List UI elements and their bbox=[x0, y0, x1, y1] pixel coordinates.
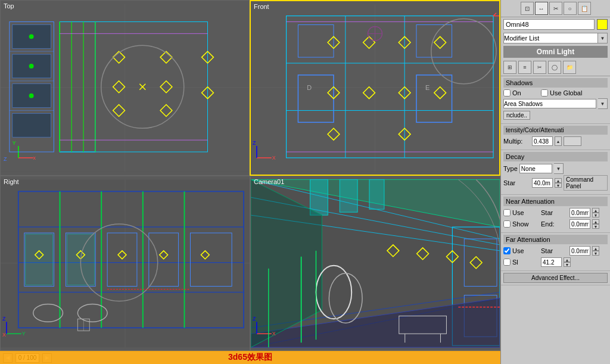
advanced-effects-section: Advanced Effect... bbox=[501, 271, 610, 285]
far-end-up[interactable]: ▲ bbox=[564, 257, 571, 262]
near-start-label: Star bbox=[541, 209, 568, 216]
far-use-row: Use Star ▲ ▼ bbox=[503, 246, 608, 256]
near-use-checkbox[interactable] bbox=[503, 209, 511, 216]
far-start-input[interactable] bbox=[569, 246, 590, 256]
hierarchy-btn[interactable]: ✂ bbox=[549, 2, 562, 15]
multip-input[interactable] bbox=[532, 136, 553, 146]
decay-start-spinner-up[interactable]: ▲ bbox=[555, 178, 562, 183]
svg-text:Z: Z bbox=[253, 140, 256, 146]
decay-header: Decay bbox=[503, 152, 608, 161]
modifier-list-input[interactable] bbox=[503, 33, 598, 43]
shadow-type-dropdown[interactable]: ▼ bbox=[598, 98, 608, 109]
far-sl-row: Sl ▲ ▼ bbox=[503, 257, 608, 267]
advanced-effects-btn[interactable]: Advanced Effect... bbox=[503, 273, 608, 283]
near-atten-header: Near Attenuation bbox=[503, 197, 608, 206]
near-show-checkbox[interactable] bbox=[503, 220, 511, 228]
near-show-label: Show bbox=[512, 220, 539, 228]
command-panel-label: Command Panel bbox=[564, 175, 608, 191]
shadows-section: Shadows On Use Global ▼ nclude.. bbox=[501, 76, 610, 124]
top-viewport[interactable]: Top bbox=[0, 0, 250, 176]
svg-text:X: X bbox=[2, 332, 6, 338]
far-start-down[interactable]: ▼ bbox=[592, 251, 599, 256]
near-start-input[interactable] bbox=[569, 208, 590, 217]
front-viewport-label: Front bbox=[254, 3, 269, 10]
near-start-up[interactable]: ▲ bbox=[592, 208, 599, 213]
near-end-input[interactable] bbox=[569, 219, 590, 229]
advanced-btn[interactable]: 📁 bbox=[563, 61, 576, 74]
near-start-down[interactable]: ▼ bbox=[592, 213, 599, 217]
panel-icon-row: ⊞ ≡ ✂ ◯ 📁 bbox=[501, 59, 610, 76]
svg-text:x: x bbox=[33, 155, 36, 161]
svg-point-35 bbox=[29, 34, 34, 39]
camera-viewport[interactable]: Camera01 bbox=[250, 176, 500, 351]
multip-row: Multip: ▲ bbox=[503, 136, 608, 146]
shadows-on-checkbox[interactable] bbox=[503, 89, 511, 97]
svg-rect-115 bbox=[369, 179, 384, 209]
far-sl-label: Sl bbox=[512, 259, 539, 266]
decay-section: Decay Type ▼ Star ▲ ▼ Command Panel bbox=[501, 150, 610, 195]
viewport-area: Top bbox=[0, 0, 500, 364]
motion-btn[interactable]: ○ bbox=[564, 2, 577, 15]
shadow-btn[interactable]: ✂ bbox=[533, 61, 546, 74]
right-viewport[interactable]: Right bbox=[0, 176, 250, 351]
viewport-top-row: Top bbox=[0, 0, 500, 176]
use-global-checkbox[interactable] bbox=[541, 89, 548, 97]
camera-viewport-svg: X Z bbox=[251, 176, 500, 351]
multip-spinner-up[interactable]: ▲ bbox=[555, 136, 562, 146]
far-atten-header: Far Attenuation bbox=[503, 235, 608, 244]
far-attenuation-section: Far Attenuation Use Star ▲ ▼ Sl bbox=[501, 233, 610, 271]
panel-toolbar: ⊡ ↔ ✂ ○ 📋 bbox=[501, 0, 610, 17]
decay-start-spinner-down[interactable]: ▼ bbox=[555, 183, 562, 188]
svg-rect-34 bbox=[13, 113, 51, 137]
viewport-bottom-row: Right bbox=[0, 176, 500, 351]
decay-type-dropdown[interactable]: ▼ bbox=[554, 163, 564, 174]
far-use-label: Use bbox=[512, 247, 539, 254]
svg-text:Y: Y bbox=[22, 331, 26, 337]
decay-start-input[interactable] bbox=[532, 178, 553, 188]
intensity-header: tensity/Color/Attenuati bbox=[503, 126, 608, 135]
modifier-row: ▼ bbox=[501, 32, 610, 45]
front-viewport-svg: X Z D E bbox=[251, 1, 499, 175]
right-viewport-label: Right bbox=[4, 178, 19, 185]
atmosphere-btn[interactable]: ◯ bbox=[548, 61, 561, 74]
shadow-type-input[interactable] bbox=[503, 99, 596, 108]
object-name-input[interactable] bbox=[503, 19, 595, 30]
near-end-label: End: bbox=[541, 220, 568, 228]
decay-start-spinners: ▲ ▼ bbox=[555, 178, 562, 188]
svg-text:X: X bbox=[272, 331, 276, 337]
front-viewport[interactable]: Front bbox=[250, 0, 500, 176]
general-params-btn[interactable]: ⊞ bbox=[503, 61, 516, 74]
far-show-checkbox[interactable] bbox=[503, 259, 511, 266]
far-use-checkbox[interactable] bbox=[503, 247, 511, 254]
far-end-spinners: ▲ ▼ bbox=[564, 257, 571, 267]
right-panel: ⊡ ↔ ✂ ○ 📋 ▼ Omni Light ⊞ ≡ ✂ ◯ 📁 bbox=[500, 0, 610, 364]
decay-start-label: Star bbox=[503, 179, 530, 186]
svg-text:E: E bbox=[425, 84, 430, 91]
object-color-swatch[interactable] bbox=[597, 19, 608, 30]
camera-viewport-label: Camera01 bbox=[254, 178, 284, 185]
near-end-down[interactable]: ▼ bbox=[592, 224, 599, 229]
svg-point-36 bbox=[29, 64, 34, 69]
near-end-up[interactable]: ▲ bbox=[592, 219, 599, 224]
intensity-btn[interactable]: ≡ bbox=[518, 61, 531, 74]
near-show-row: Show End: ▲ ▼ bbox=[503, 219, 608, 229]
modify-btn[interactable]: ↔ bbox=[535, 2, 548, 15]
far-end-down[interactable]: ▼ bbox=[564, 262, 571, 267]
name-row bbox=[501, 17, 610, 32]
create-btn[interactable]: ⊡ bbox=[521, 2, 534, 15]
use-global-label: Use Global bbox=[550, 89, 582, 97]
near-attenuation-section: Near Attenuation Use Star ▲ ▼ Show End: bbox=[501, 195, 610, 233]
top-viewport-svg: x Y Z bbox=[1, 1, 249, 175]
include-button[interactable]: nclude.. bbox=[503, 111, 530, 120]
display-btn[interactable]: 📋 bbox=[578, 2, 591, 15]
intensity-color-swatch[interactable] bbox=[564, 136, 581, 146]
decay-type-label: Type bbox=[503, 165, 518, 172]
decay-type-input[interactable] bbox=[519, 164, 552, 173]
far-start-up[interactable]: ▲ bbox=[592, 246, 599, 251]
far-end-input[interactable] bbox=[541, 257, 562, 267]
near-start-spinners: ▲ ▼ bbox=[592, 208, 599, 217]
svg-text:X: X bbox=[272, 155, 276, 161]
modifier-list-dropdown[interactable]: ▼ bbox=[598, 33, 608, 43]
svg-text:Z: Z bbox=[4, 156, 7, 162]
svg-point-37 bbox=[29, 94, 34, 98]
